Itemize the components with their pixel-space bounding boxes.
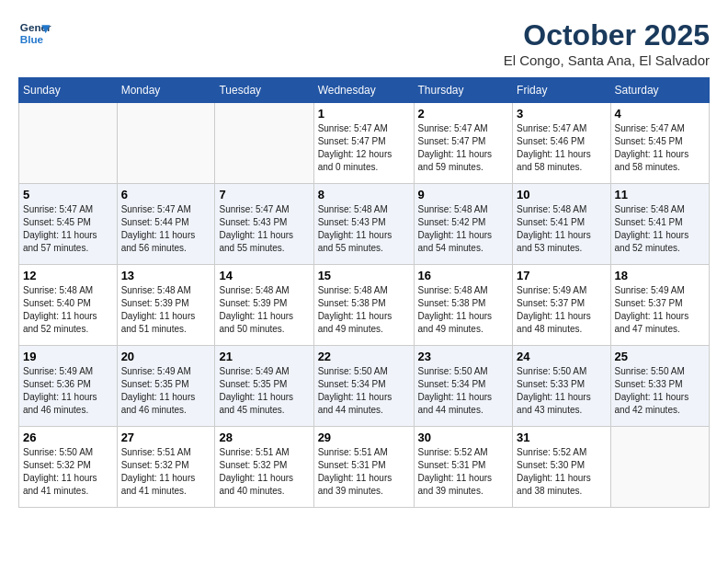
calendar-header: General Blue October 2025 El Congo, Sant… <box>18 18 710 68</box>
calendar-cell: 6Sunrise: 5:47 AM Sunset: 5:44 PM Daylig… <box>117 184 215 265</box>
day-number: 4 <box>615 107 705 121</box>
day-number: 31 <box>517 431 606 444</box>
calendar-cell: 30Sunrise: 5:52 AM Sunset: 5:31 PM Dayli… <box>414 427 513 508</box>
calendar-cell: 28Sunrise: 5:51 AM Sunset: 5:32 PM Dayli… <box>215 427 313 508</box>
weekday-header-friday: Friday <box>513 78 610 103</box>
calendar-cell: 5Sunrise: 5:47 AM Sunset: 5:45 PM Daylig… <box>19 184 118 265</box>
week-row-1: 1Sunrise: 5:47 AM Sunset: 5:47 PM Daylig… <box>19 103 710 184</box>
calendar-cell: 8Sunrise: 5:48 AM Sunset: 5:43 PM Daylig… <box>313 184 414 265</box>
day-number: 9 <box>418 188 509 201</box>
logo: General Blue <box>18 18 51 52</box>
day-info: Sunrise: 5:48 AM Sunset: 5:40 PM Dayligh… <box>23 284 113 336</box>
day-number: 19 <box>23 350 113 363</box>
day-number: 21 <box>219 350 309 363</box>
day-info: Sunrise: 5:49 AM Sunset: 5:35 PM Dayligh… <box>219 365 309 417</box>
calendar-cell: 19Sunrise: 5:49 AM Sunset: 5:36 PM Dayli… <box>19 346 118 427</box>
day-number: 26 <box>23 431 113 444</box>
title-block: October 2025 El Congo, Santa Ana, El Sal… <box>504 18 710 68</box>
day-info: Sunrise: 5:50 AM Sunset: 5:33 PM Dayligh… <box>615 365 705 417</box>
calendar-cell: 3Sunrise: 5:47 AM Sunset: 5:46 PM Daylig… <box>513 103 610 184</box>
weekday-header-wednesday: Wednesday <box>313 78 414 103</box>
day-info: Sunrise: 5:52 AM Sunset: 5:31 PM Dayligh… <box>418 446 509 498</box>
day-info: Sunrise: 5:49 AM Sunset: 5:37 PM Dayligh… <box>615 284 705 336</box>
day-number: 2 <box>418 107 509 121</box>
day-info: Sunrise: 5:49 AM Sunset: 5:35 PM Dayligh… <box>121 365 211 417</box>
day-number: 6 <box>121 188 211 201</box>
weekday-header-saturday: Saturday <box>610 78 709 103</box>
day-number: 14 <box>219 269 309 282</box>
week-row-3: 12Sunrise: 5:48 AM Sunset: 5:40 PM Dayli… <box>19 265 710 346</box>
svg-text:Blue: Blue <box>20 33 44 45</box>
day-info: Sunrise: 5:47 AM Sunset: 5:45 PM Dayligh… <box>615 122 705 174</box>
calendar-cell <box>19 103 118 184</box>
calendar-cell <box>215 103 313 184</box>
week-row-5: 26Sunrise: 5:50 AM Sunset: 5:32 PM Dayli… <box>19 427 710 508</box>
day-number: 18 <box>615 269 705 282</box>
day-info: Sunrise: 5:50 AM Sunset: 5:34 PM Dayligh… <box>318 365 410 417</box>
calendar-cell: 23Sunrise: 5:50 AM Sunset: 5:34 PM Dayli… <box>414 346 513 427</box>
day-number: 3 <box>517 107 606 121</box>
calendar-cell: 26Sunrise: 5:50 AM Sunset: 5:32 PM Dayli… <box>19 427 118 508</box>
calendar-cell <box>117 103 215 184</box>
day-number: 16 <box>418 269 509 282</box>
day-info: Sunrise: 5:47 AM Sunset: 5:43 PM Dayligh… <box>219 203 309 255</box>
day-number: 20 <box>121 350 211 363</box>
calendar-cell: 31Sunrise: 5:52 AM Sunset: 5:30 PM Dayli… <box>513 427 610 508</box>
day-info: Sunrise: 5:47 AM Sunset: 5:46 PM Dayligh… <box>517 122 606 174</box>
day-number: 27 <box>121 431 211 444</box>
day-info: Sunrise: 5:48 AM Sunset: 5:38 PM Dayligh… <box>418 284 509 336</box>
calendar-cell: 24Sunrise: 5:50 AM Sunset: 5:33 PM Dayli… <box>513 346 610 427</box>
day-number: 23 <box>418 350 509 363</box>
calendar-cell: 13Sunrise: 5:48 AM Sunset: 5:39 PM Dayli… <box>117 265 215 346</box>
day-number: 7 <box>219 188 309 201</box>
calendar-cell: 16Sunrise: 5:48 AM Sunset: 5:38 PM Dayli… <box>414 265 513 346</box>
calendar-cell: 27Sunrise: 5:51 AM Sunset: 5:32 PM Dayli… <box>117 427 215 508</box>
day-number: 15 <box>318 269 410 282</box>
day-number: 30 <box>418 431 509 444</box>
weekday-header-sunday: Sunday <box>19 78 118 103</box>
day-info: Sunrise: 5:50 AM Sunset: 5:33 PM Dayligh… <box>517 365 606 417</box>
day-info: Sunrise: 5:47 AM Sunset: 5:47 PM Dayligh… <box>418 122 509 174</box>
day-number: 29 <box>318 431 410 444</box>
day-number: 10 <box>517 188 606 201</box>
day-info: Sunrise: 5:47 AM Sunset: 5:45 PM Dayligh… <box>23 203 113 255</box>
calendar-cell: 10Sunrise: 5:48 AM Sunset: 5:41 PM Dayli… <box>513 184 610 265</box>
day-info: Sunrise: 5:48 AM Sunset: 5:38 PM Dayligh… <box>318 284 410 336</box>
calendar-cell: 11Sunrise: 5:48 AM Sunset: 5:41 PM Dayli… <box>610 184 709 265</box>
calendar-cell: 7Sunrise: 5:47 AM Sunset: 5:43 PM Daylig… <box>215 184 313 265</box>
calendar-subtitle: El Congo, Santa Ana, El Salvador <box>504 52 710 68</box>
day-number: 22 <box>318 350 410 363</box>
day-info: Sunrise: 5:48 AM Sunset: 5:42 PM Dayligh… <box>418 203 509 255</box>
day-info: Sunrise: 5:49 AM Sunset: 5:37 PM Dayligh… <box>517 284 606 336</box>
week-row-2: 5Sunrise: 5:47 AM Sunset: 5:45 PM Daylig… <box>19 184 710 265</box>
day-info: Sunrise: 5:48 AM Sunset: 5:43 PM Dayligh… <box>318 203 410 255</box>
calendar-cell: 29Sunrise: 5:51 AM Sunset: 5:31 PM Dayli… <box>313 427 414 508</box>
calendar-cell: 18Sunrise: 5:49 AM Sunset: 5:37 PM Dayli… <box>610 265 709 346</box>
week-row-4: 19Sunrise: 5:49 AM Sunset: 5:36 PM Dayli… <box>19 346 710 427</box>
day-info: Sunrise: 5:50 AM Sunset: 5:32 PM Dayligh… <box>23 446 113 498</box>
calendar-table: SundayMondayTuesdayWednesdayThursdayFrid… <box>18 77 710 508</box>
day-info: Sunrise: 5:47 AM Sunset: 5:44 PM Dayligh… <box>121 203 211 255</box>
day-number: 13 <box>121 269 211 282</box>
day-info: Sunrise: 5:48 AM Sunset: 5:41 PM Dayligh… <box>615 203 705 255</box>
day-number: 11 <box>615 188 705 201</box>
calendar-cell: 25Sunrise: 5:50 AM Sunset: 5:33 PM Dayli… <box>610 346 709 427</box>
day-info: Sunrise: 5:51 AM Sunset: 5:32 PM Dayligh… <box>219 446 309 498</box>
calendar-cell: 21Sunrise: 5:49 AM Sunset: 5:35 PM Dayli… <box>215 346 313 427</box>
day-info: Sunrise: 5:51 AM Sunset: 5:31 PM Dayligh… <box>318 446 410 498</box>
calendar-cell: 4Sunrise: 5:47 AM Sunset: 5:45 PM Daylig… <box>610 103 709 184</box>
day-info: Sunrise: 5:48 AM Sunset: 5:39 PM Dayligh… <box>121 284 211 336</box>
calendar-cell: 12Sunrise: 5:48 AM Sunset: 5:40 PM Dayli… <box>19 265 118 346</box>
day-number: 5 <box>23 188 113 201</box>
day-info: Sunrise: 5:48 AM Sunset: 5:39 PM Dayligh… <box>219 284 309 336</box>
day-number: 8 <box>318 188 410 201</box>
calendar-cell: 14Sunrise: 5:48 AM Sunset: 5:39 PM Dayli… <box>215 265 313 346</box>
day-info: Sunrise: 5:49 AM Sunset: 5:36 PM Dayligh… <box>23 365 113 417</box>
weekday-header-tuesday: Tuesday <box>215 78 313 103</box>
day-info: Sunrise: 5:48 AM Sunset: 5:41 PM Dayligh… <box>517 203 606 255</box>
weekday-header-monday: Monday <box>117 78 215 103</box>
weekday-header-row: SundayMondayTuesdayWednesdayThursdayFrid… <box>19 78 710 103</box>
calendar-cell: 2Sunrise: 5:47 AM Sunset: 5:47 PM Daylig… <box>414 103 513 184</box>
calendar-cell: 15Sunrise: 5:48 AM Sunset: 5:38 PM Dayli… <box>313 265 414 346</box>
calendar-cell: 17Sunrise: 5:49 AM Sunset: 5:37 PM Dayli… <box>513 265 610 346</box>
